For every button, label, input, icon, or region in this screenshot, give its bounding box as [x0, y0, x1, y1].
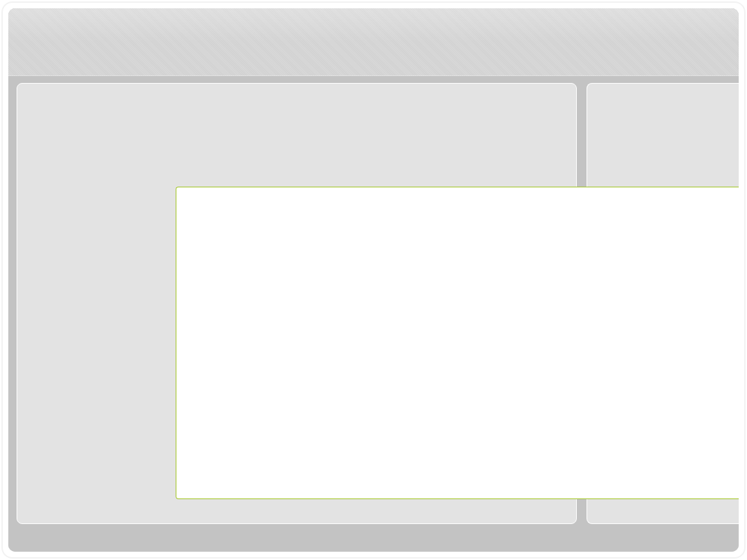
window-chrome: [8, 8, 739, 552]
overlay-panel: [176, 187, 739, 499]
outer-frame: [3, 3, 744, 557]
titlebar[interactable]: [8, 8, 739, 76]
